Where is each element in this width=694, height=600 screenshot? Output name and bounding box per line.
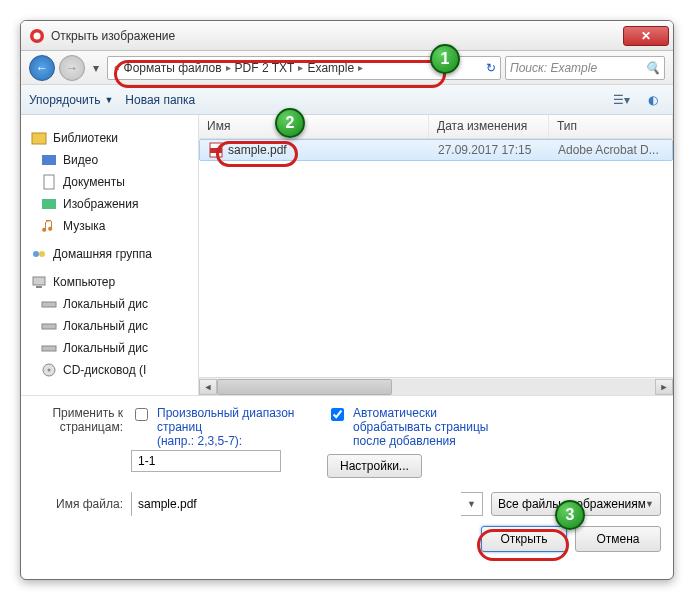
search-input[interactable]: Поиск: Example 🔍: [505, 56, 665, 80]
sidebar-localdisk[interactable]: Локальный дис: [21, 337, 198, 359]
column-name[interactable]: Имя: [199, 115, 429, 138]
svg-rect-5: [42, 199, 56, 209]
bottom-panel: Применить к страницам: Произвольный диап…: [21, 395, 673, 562]
svg-point-7: [39, 251, 45, 257]
column-type[interactable]: Тип: [549, 115, 673, 138]
organize-menu[interactable]: Упорядочить ▼: [29, 93, 113, 107]
scroll-left-icon[interactable]: ◄: [199, 379, 217, 395]
back-button[interactable]: ←: [29, 55, 55, 81]
homegroup-icon: [31, 246, 47, 262]
arrow-right-icon: →: [66, 61, 78, 75]
callout-1: 1: [430, 44, 460, 74]
computer-icon: [31, 274, 47, 290]
file-name: sample.pdf: [228, 143, 287, 157]
page-range-input[interactable]: [131, 450, 281, 472]
chevron-right-icon: ▸: [296, 62, 305, 73]
checkbox-input[interactable]: [135, 408, 148, 421]
svg-rect-2: [32, 133, 46, 144]
view-mode-button[interactable]: ☰▾: [609, 89, 633, 111]
custom-range-checkbox[interactable]: Произвольный диапазон страниц (напр.: 2,…: [131, 406, 307, 448]
svg-point-14: [48, 369, 51, 372]
svg-rect-8: [33, 277, 45, 285]
scroll-thumb[interactable]: [217, 379, 392, 395]
chevron-left-icon: «: [112, 62, 122, 73]
sidebar-computer[interactable]: Компьютер: [21, 271, 198, 293]
chevron-down-icon: ▼: [104, 95, 113, 105]
search-placeholder: Поиск: Example: [510, 61, 597, 75]
arrow-left-icon: ←: [36, 61, 48, 75]
horizontal-scrollbar[interactable]: ◄ ►: [199, 377, 673, 395]
file-area: Имя Дата изменения Тип sample.pdf 27.09.…: [199, 115, 673, 395]
svg-rect-9: [36, 286, 42, 288]
sidebar-documents[interactable]: Документы: [21, 171, 198, 193]
music-icon: [41, 218, 57, 234]
chevron-right-icon: ▸: [356, 62, 365, 73]
column-date[interactable]: Дата изменения: [429, 115, 549, 138]
chevron-right-icon: ▸: [224, 62, 233, 73]
drive-icon: [41, 296, 57, 312]
open-button[interactable]: Открыть: [481, 526, 567, 552]
close-icon: ✕: [641, 29, 651, 43]
drive-icon: [41, 318, 57, 334]
svg-rect-10: [42, 302, 56, 307]
filename-label: Имя файла:: [33, 497, 123, 511]
sidebar-homegroup[interactable]: Домашняя группа: [21, 243, 198, 265]
video-icon: [41, 152, 57, 168]
sidebar-music[interactable]: Музыка: [21, 215, 198, 237]
help-button[interactable]: ◐: [641, 89, 665, 111]
libraries-icon: [31, 130, 47, 146]
svg-rect-3: [42, 155, 56, 165]
pdf-icon: [208, 142, 224, 158]
nav-history-dropdown[interactable]: ▾: [89, 58, 103, 78]
svg-point-1: [34, 32, 41, 39]
sidebar-video[interactable]: Видео: [21, 149, 198, 171]
titlebar: Открыть изображение ✕: [21, 21, 673, 51]
new-folder-button[interactable]: Новая папка: [125, 93, 195, 107]
sidebar: Библиотеки Видео Документы Изображения М…: [21, 115, 199, 395]
sidebar-localdisk[interactable]: Локальный дис: [21, 293, 198, 315]
refresh-icon[interactable]: ↻: [486, 61, 496, 75]
file-type: Adobe Acrobat D...: [550, 143, 672, 157]
cancel-button[interactable]: Отмена: [575, 526, 661, 552]
dialog-window: Открыть изображение ✕ ← → ▾ « Форматы фа…: [20, 20, 674, 580]
forward-button[interactable]: →: [59, 55, 85, 81]
chevron-down-icon: ▾: [93, 61, 99, 75]
file-date: 27.09.2017 17:15: [430, 143, 550, 157]
chevron-down-icon[interactable]: ▼: [461, 499, 482, 509]
svg-point-6: [33, 251, 39, 257]
callout-2: 2: [275, 108, 305, 138]
sidebar-images[interactable]: Изображения: [21, 193, 198, 215]
documents-icon: [41, 174, 57, 190]
body: Библиотеки Видео Документы Изображения М…: [21, 115, 673, 395]
svg-rect-16: [210, 148, 222, 153]
sidebar-localdisk[interactable]: Локальный дис: [21, 315, 198, 337]
sidebar-cddrive[interactable]: CD-дисковод (I: [21, 359, 198, 381]
toolbar: Упорядочить ▼ Новая папка ☰▾ ◐: [21, 85, 673, 115]
checkbox-input[interactable]: [331, 408, 344, 421]
svg-rect-4: [44, 175, 54, 189]
auto-process-checkbox[interactable]: Автоматически обрабатывать страницы посл…: [327, 406, 503, 448]
apply-pages-label: Применить к страницам:: [33, 406, 123, 478]
cd-icon: [41, 362, 57, 378]
app-icon: [29, 28, 45, 44]
nav-row: ← → ▾ « Форматы файлов ▸ PDF 2 TXT ▸ Exa…: [21, 51, 673, 85]
sidebar-libraries[interactable]: Библиотеки: [21, 127, 198, 149]
window-title: Открыть изображение: [51, 29, 623, 43]
settings-button[interactable]: Настройки...: [327, 454, 422, 478]
breadcrumb[interactable]: Форматы файлов: [122, 61, 224, 75]
svg-rect-11: [42, 324, 56, 329]
breadcrumb[interactable]: Example: [305, 61, 356, 75]
scroll-right-icon[interactable]: ►: [655, 379, 673, 395]
help-icon: ◐: [648, 93, 658, 107]
breadcrumb[interactable]: PDF 2 TXT: [233, 61, 297, 75]
callout-3: 3: [555, 500, 585, 530]
list-icon: ☰▾: [613, 93, 630, 107]
images-icon: [41, 196, 57, 212]
file-list: sample.pdf 27.09.2017 17:15 Adobe Acroba…: [199, 139, 673, 377]
column-headers: Имя Дата изменения Тип: [199, 115, 673, 139]
filename-input[interactable]: [132, 492, 461, 516]
close-button[interactable]: ✕: [623, 26, 669, 46]
drive-icon: [41, 340, 57, 356]
chevron-down-icon: ▼: [645, 499, 654, 509]
file-row[interactable]: sample.pdf 27.09.2017 17:15 Adobe Acroba…: [199, 139, 673, 161]
